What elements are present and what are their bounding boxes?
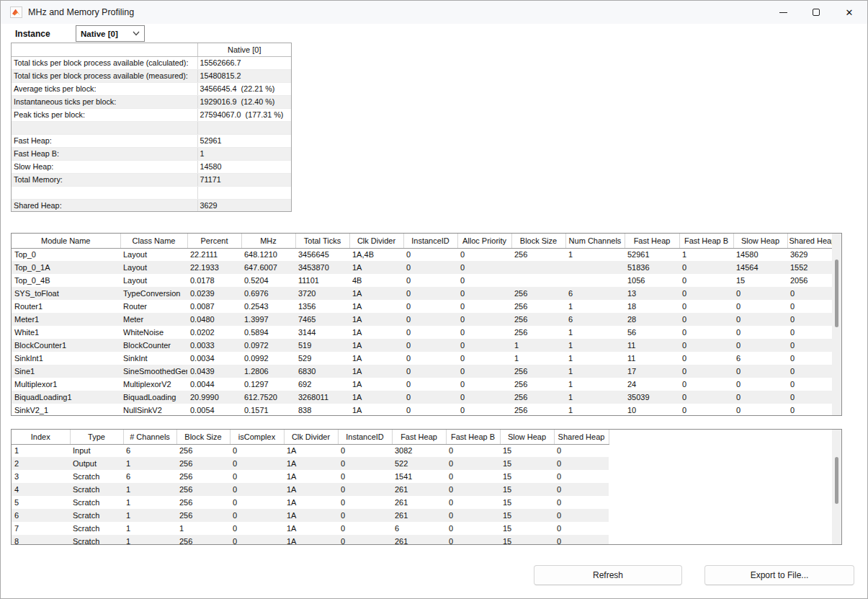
table-cell: 1A — [349, 313, 403, 326]
column-header: Index — [12, 430, 70, 444]
table-cell: 647.6007 — [241, 261, 295, 274]
table-cell: 256 — [511, 391, 565, 404]
table-row[interactable]: White1WhiteNoise0.02020.589431441A002561… — [12, 326, 833, 339]
column-header: Percent — [187, 234, 241, 248]
refresh-button[interactable]: Refresh — [534, 565, 682, 585]
table-cell: Router — [120, 300, 187, 313]
table-row[interactable]: Router1Router0.00870.254313561A002561180… — [12, 300, 833, 313]
table-row[interactable]: 1Input625601A030820150 — [12, 444, 609, 457]
table-row[interactable]: Total ticks per block process available … — [12, 69, 291, 82]
table-cell: 15 — [500, 444, 554, 457]
column-header: Clk Divider — [349, 234, 403, 248]
table-row[interactable]: BiquadLoading1BiquadLoading20.9990612.75… — [12, 391, 833, 404]
table-row[interactable]: Sine1SineSmoothedGen0.04391.280668301A00… — [12, 365, 833, 378]
table-row[interactable]: 3Scratch625601A015410150 — [12, 470, 609, 483]
table-row[interactable]: Average ticks per block:3456645.4 (22.21… — [12, 82, 291, 95]
table-cell: 27594067.0 (177.31 %) — [197, 108, 291, 121]
table-row[interactable]: Top_0Layout22.2111648.121034566451A,4B00… — [12, 248, 833, 261]
minimize-icon — [779, 12, 787, 13]
table-row[interactable]: Slow Heap:14580 — [12, 160, 291, 173]
table-row[interactable]: Peak ticks per block:27594067.0 (177.31 … — [12, 108, 291, 121]
table-cell: Router1 — [12, 300, 120, 313]
table-row[interactable]: Total ticks per block process available … — [12, 56, 291, 69]
table-cell: 2056 — [787, 274, 833, 287]
table-cell: SineSmoothedGen — [120, 365, 187, 378]
table-row[interactable]: SYS_toFloatTypeConversion0.02390.6976372… — [12, 287, 833, 300]
table-cell: 1 — [511, 339, 565, 352]
table-row[interactable]: Top_0_1ALayout22.1933647.600734538701A00… — [12, 261, 833, 274]
table-cell: 0 — [457, 365, 511, 378]
close-button[interactable]: ✕ — [833, 1, 866, 24]
table-row[interactable]: SinkInt1SinkInt0.00340.09925291A00111106… — [12, 352, 833, 365]
scrollbar-thumb[interactable] — [835, 457, 838, 504]
table-row[interactable]: 7Scratch1101A060150 — [12, 522, 609, 535]
instance-dropdown-value: Native [0] — [81, 30, 133, 38]
table-row[interactable]: Fast Heap:52961 — [12, 134, 291, 147]
chevron-down-icon — [133, 31, 140, 36]
table-row[interactable]: Shared Heap:3629 — [12, 199, 291, 212]
table-row[interactable]: BlockCounter1BlockCounter0.00330.0972519… — [12, 339, 833, 352]
table-cell: 1 — [565, 339, 625, 352]
table-row[interactable]: Meter1Meter0.04801.399774651A00256628000 — [12, 313, 833, 326]
table-row[interactable]: SinkV2_1NullSinkV20.00540.15718381A00256… — [12, 404, 833, 416]
table-cell: 0 — [733, 365, 787, 378]
table-cell: 0.1571 — [241, 404, 295, 416]
table-cell: SYS_toFloat — [12, 287, 120, 300]
table-cell: 0.0480 — [187, 313, 241, 326]
table-cell: 15 — [733, 274, 787, 287]
table-row[interactable]: Top_0_4BLayout0.01780.5204111014B0010560… — [12, 274, 833, 287]
table-row[interactable] — [12, 121, 291, 134]
table-cell: 0 — [230, 522, 284, 535]
table-cell: 519 — [295, 339, 349, 352]
instance-dropdown[interactable]: Native [0] — [76, 25, 145, 42]
table-cell: Scratch — [70, 496, 123, 509]
scrollbar-thumb[interactable] — [835, 259, 838, 327]
table-cell: SinkInt1 — [12, 352, 120, 365]
maximize-button[interactable] — [800, 1, 833, 24]
table-cell: 6 — [565, 287, 625, 300]
column-header: Slow Heap — [733, 234, 787, 248]
table-row[interactable]: 4Scratch125601A02610150 — [12, 483, 609, 496]
table-cell: 0 — [446, 509, 500, 522]
table-cell: 256 — [511, 287, 565, 300]
column-header: # Channels — [123, 430, 176, 444]
module-table-scrollbar[interactable] — [832, 234, 841, 415]
table-cell: 0 — [733, 378, 787, 391]
table-cell: 0 — [403, 339, 457, 352]
table-cell: 0 — [403, 287, 457, 300]
table-cell: Total Memory: — [12, 173, 197, 186]
minimize-button[interactable] — [766, 1, 800, 24]
table-cell: 0 — [554, 457, 609, 470]
table-cell: SinkV2_1 — [12, 404, 120, 416]
table-cell — [12, 186, 197, 199]
table-cell: Top_0 — [12, 248, 120, 261]
export-to-file-button[interactable]: Export to File... — [704, 565, 854, 585]
table-cell: 256 — [176, 457, 230, 470]
table-cell: 0.6976 — [241, 287, 295, 300]
table-cell: 0 — [787, 326, 833, 339]
table-cell: 0.0087 — [187, 300, 241, 313]
table-cell: 15 — [500, 483, 554, 496]
table-cell: 0 — [338, 444, 392, 457]
table-cell: Scratch — [70, 535, 123, 545]
table-row[interactable]: 8Scratch125601A02610150 — [12, 535, 609, 545]
table-row[interactable] — [12, 186, 291, 199]
table-row[interactable]: Multiplexor1MultiplexorV20.00440.1297692… — [12, 378, 833, 391]
buffer-table-scrollbar[interactable] — [832, 430, 841, 544]
table-row[interactable]: 5Scratch125601A02610150 — [12, 496, 609, 509]
table-row[interactable]: Fast Heap B:1 — [12, 147, 291, 160]
table-cell: 0.0202 — [187, 326, 241, 339]
titlebar: MHz and Memory Profiling ✕ — [1, 1, 867, 24]
table-cell: 0 — [446, 457, 500, 470]
table-row[interactable]: Total Memory:71171 — [12, 173, 291, 186]
table-row[interactable]: Instantaneous ticks per block:1929016.9 … — [12, 95, 291, 108]
table-cell: 1541 — [392, 470, 446, 483]
table-cell: 0 — [679, 404, 733, 416]
column-header: Total Ticks — [295, 234, 349, 248]
table-cell: 1A — [349, 378, 403, 391]
table-row[interactable]: 6Scratch125601A02610150 — [12, 509, 609, 522]
table-row[interactable]: 2Output125601A05220150 — [12, 457, 609, 470]
table-cell: 0 — [446, 470, 500, 483]
table-cell: 1A — [284, 470, 338, 483]
table-cell: 0 — [679, 365, 733, 378]
